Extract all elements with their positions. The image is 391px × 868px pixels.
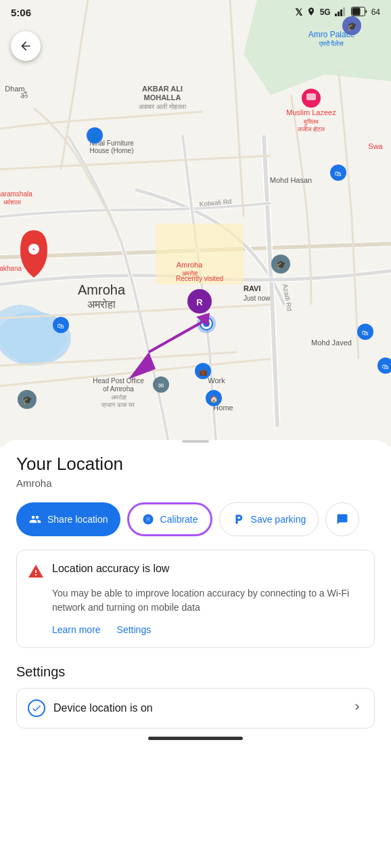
save-parking-button[interactable]: Save parking: [219, 502, 319, 536]
alert-triangle-icon: [28, 563, 44, 580]
network-label: 5G: [320, 7, 331, 17]
svg-text:Amroha: Amroha: [177, 261, 203, 269]
status-icons: 𝕏 5G 64: [295, 7, 380, 18]
svg-text:Amroha: Amroha: [78, 282, 126, 297]
svg-text:ॐ: ॐ: [20, 90, 28, 100]
alert-card: Location accuracy is low You may be able…: [16, 550, 375, 648]
home-indicator: [148, 737, 243, 740]
calibrate-icon: [141, 513, 155, 526]
svg-text:🎓: 🎓: [276, 259, 286, 269]
calibrate-label: Calibrate: [160, 514, 198, 525]
message-icon: [336, 513, 349, 526]
bottom-sheet: Your Location Amroha Share location: [0, 440, 391, 760]
learn-more-link[interactable]: Learn more: [52, 624, 101, 635]
svg-text:Muslim Lazeez: Muslim Lazeez: [286, 108, 336, 116]
svg-text:मुस्लिम: मुस्लिम: [303, 118, 319, 126]
svg-rect-47: [306, 93, 316, 100]
svg-text:Just now: Just now: [244, 295, 271, 302]
svg-text:🛍: 🛍: [362, 329, 369, 337]
map-svg: AKBAR ALI MOHALLA अकबर अली मोहल्ला Musli…: [0, 0, 391, 447]
settings-title: Settings: [16, 664, 375, 680]
back-button[interactable]: [11, 31, 41, 61]
alert-links: Learn more Settings: [52, 624, 363, 635]
svg-text:अमरोहा: अमरोहा: [182, 269, 198, 277]
svg-text:Mohd Hasan: Mohd Hasan: [270, 176, 312, 184]
svg-text:एमरो पैलेस: एमरो पैलेस: [319, 40, 344, 47]
settings-left: Device location is on: [28, 699, 153, 717]
svg-text:MOHALLA: MOHALLA: [144, 93, 181, 102]
x-logo: 𝕏: [295, 7, 302, 18]
battery-percent: 64: [371, 7, 380, 17]
svg-rect-0: [335, 14, 337, 16]
action-row: Share location Calibrate: [16, 502, 375, 536]
svg-text:Work: Work: [208, 376, 225, 385]
svg-text:wakhana: wakhana: [0, 265, 22, 272]
svg-text:+: +: [32, 246, 35, 253]
status-time: 5:06: [11, 7, 31, 18]
sheet-handle: [182, 440, 209, 443]
map-area[interactable]: AKBAR ALI MOHALLA अकबर अली मोहल्ला Musli…: [0, 0, 391, 447]
device-location-item[interactable]: Device location is on: [16, 688, 375, 729]
alert-header: Location accuracy is low: [28, 563, 363, 580]
settings-link[interactable]: Settings: [117, 624, 152, 635]
svg-text:🛍: 🛍: [335, 170, 342, 177]
svg-text:👤: 👤: [90, 131, 99, 141]
check-circle-icon: [28, 699, 45, 717]
svg-text:🏠: 🏠: [210, 395, 218, 404]
alert-title: Location accuracy is low: [52, 563, 169, 575]
signal-icon: [335, 7, 347, 18]
your-location-title: Your Location: [16, 454, 375, 475]
svg-text:AKBAR ALI: AKBAR ALI: [142, 85, 183, 93]
status-bar: 5:06 𝕏 5G 64: [0, 0, 391, 24]
battery-icon: [351, 7, 367, 18]
calibrate-button[interactable]: Calibrate: [127, 502, 212, 536]
svg-text:🛍: 🛍: [58, 322, 64, 330]
svg-text:🎓: 🎓: [22, 395, 32, 405]
svg-text:अकबर अली मोहल्ला: अकबर अली मोहल्ला: [139, 103, 187, 110]
svg-text:🛍: 🛍: [382, 363, 389, 370]
svg-text:RAVI: RAVI: [244, 284, 260, 292]
location-status-icon: [306, 7, 316, 18]
svg-text:Mohd Javed: Mohd Javed: [311, 339, 352, 347]
parking-icon: [232, 513, 246, 526]
svg-text:धर्मशाला: धर्मशाला: [3, 198, 22, 206]
svg-text:अमरोहा: अमरोहा: [111, 393, 127, 401]
svg-rect-5: [352, 7, 360, 15]
svg-text:House (Home): House (Home): [89, 147, 133, 154]
svg-rect-3: [343, 7, 345, 16]
svg-text:लजीज होटल: लजीज होटल: [297, 125, 325, 133]
svg-text:Swa: Swa: [368, 142, 383, 150]
svg-text:✉: ✉: [158, 382, 164, 389]
svg-rect-2: [340, 9, 342, 16]
svg-text:अमरोहा: अमरोहा: [87, 298, 116, 310]
alert-body: You may be able to improve location accu…: [52, 586, 363, 615]
svg-text:R: R: [196, 297, 203, 307]
device-location-label: Device location is on: [53, 702, 153, 714]
svg-rect-1: [338, 12, 340, 16]
share-label: Share location: [47, 514, 108, 525]
share-icon: [28, 513, 42, 526]
svg-text:Head Post Office: Head Post Office: [93, 377, 144, 385]
svg-text:💼: 💼: [199, 368, 208, 376]
chevron-right-icon: [351, 701, 363, 716]
svg-text:Dharamshala: Dharamshala: [0, 190, 32, 198]
message-button[interactable]: [325, 502, 359, 536]
share-location-button[interactable]: Share location: [16, 502, 120, 536]
svg-text:प्रधान डाक घर: प्रधान डाक घर: [101, 402, 135, 409]
parking-label: Save parking: [251, 514, 306, 525]
location-subtitle: Amroha: [16, 477, 375, 489]
svg-text:of Amroha: of Amroha: [103, 385, 134, 393]
